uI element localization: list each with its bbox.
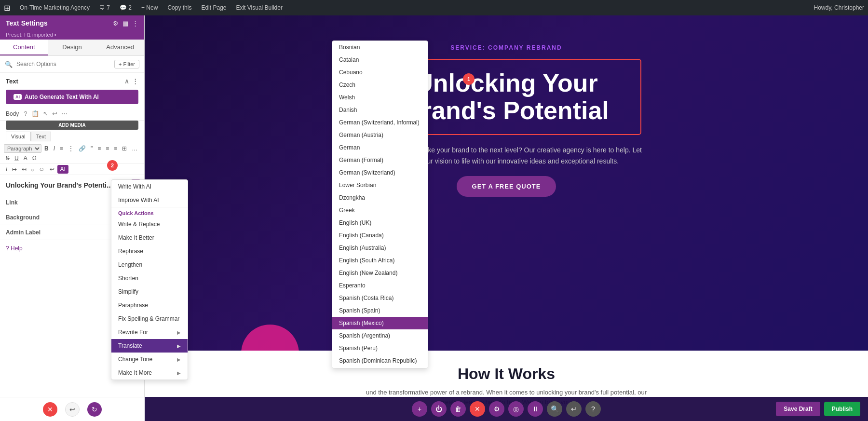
change-tone[interactable]: Change Tone ▶ — [111, 353, 188, 366]
comments-icon[interactable]: 🗨 7 — [97, 4, 112, 11]
make-it-better[interactable]: Make It Better — [111, 231, 188, 244]
lang-german-formal[interactable]: German (Formal) — [332, 154, 428, 166]
rewrite-for[interactable]: Rewrite For ▶ — [111, 326, 188, 339]
lang-german[interactable]: German — [332, 141, 428, 154]
make-it-more[interactable]: Make It More ▶ — [111, 366, 188, 380]
rephrase[interactable]: Rephrase — [111, 244, 188, 258]
lang-spanish-dominican[interactable]: Spanish (Dominican Republic) — [332, 354, 428, 367]
ai-generate-button[interactable]: AI Auto Generate Text With AI — [6, 90, 138, 104]
lang-english-new-zealand[interactable]: English (New Zealand) — [332, 267, 428, 279]
lang-esperanto[interactable]: Esperanto — [332, 279, 428, 292]
lang-english-canada[interactable]: English (Canada) — [332, 229, 428, 242]
lengthen[interactable]: Lengthen — [111, 258, 188, 272]
wp-logo[interactable]: ⊞ — [4, 3, 10, 13]
lang-english-australia[interactable]: English (Australia) — [332, 242, 428, 254]
site-name[interactable]: On-Time Marketing Agency — [18, 4, 92, 11]
emoji-btn[interactable]: ☺ — [37, 165, 46, 174]
indent-btn[interactable]: ↦ — [10, 165, 19, 174]
lang-spanish-argentina[interactable]: Spanish (Argentina) — [332, 329, 428, 342]
table-btn[interactable]: ⊞ — [120, 144, 129, 153]
lang-spanish-peru[interactable]: Spanish (Peru) — [332, 342, 428, 354]
lang-cebuano[interactable]: Cebuano — [332, 66, 428, 79]
delete-btn[interactable]: 🗑 — [450, 401, 466, 417]
pause-btn[interactable]: ⏸ — [528, 401, 543, 417]
exit-builder-button[interactable]: Exit Visual Builder — [234, 4, 285, 11]
save-draft-button[interactable]: Save Draft — [776, 402, 820, 416]
lang-english-uk[interactable]: English (UK) — [332, 217, 428, 229]
bold-button[interactable]: B — [42, 144, 51, 153]
lang-catalan[interactable]: Catalan — [332, 54, 428, 66]
undo-button[interactable]: ↩ — [65, 402, 80, 417]
lang-german-swiss-informal[interactable]: German (Switzerland, Informal) — [332, 116, 428, 129]
edit-page-button[interactable]: Edit Page — [199, 4, 228, 11]
settings-btn[interactable]: ⚙ — [489, 401, 504, 417]
updates-icon[interactable]: 💬 2 — [118, 4, 134, 11]
filter-button[interactable]: + Filter — [114, 60, 139, 68]
lang-english-south-africa[interactable]: English (South Africa) — [332, 254, 428, 267]
more-icon[interactable]: ⋮ — [132, 20, 138, 27]
lang-german-swiss[interactable]: German (Switzerland) — [332, 166, 428, 179]
target-btn[interactable]: ◎ — [508, 401, 524, 417]
more-options-icon[interactable]: ⋮ — [132, 78, 138, 85]
fix-spelling[interactable]: Fix Spelling & Grammar — [111, 312, 188, 326]
settings-icon[interactable]: ⚙ — [113, 20, 119, 27]
paraphrase[interactable]: Paraphrase — [111, 299, 188, 312]
align-center[interactable]: ≡ — [104, 144, 111, 153]
link-button[interactable]: 🔗 — [77, 144, 88, 153]
lang-welsh[interactable]: Welsh — [332, 91, 428, 104]
lang-spanish-mexico[interactable]: Spanish (Mexico) — [332, 317, 428, 329]
lang-spanish-costa-rica[interactable]: Spanish (Costa Rica) — [332, 292, 428, 304]
lang-danish[interactable]: Danish — [332, 104, 428, 116]
lang-german-austria[interactable]: German (Austria) — [332, 129, 428, 141]
cta-button[interactable]: GET A FREE QUOTE — [457, 176, 556, 197]
rtl-btn[interactable]: ↩ — [48, 165, 56, 174]
ol-button[interactable]: ⋮ — [66, 144, 76, 153]
add-media-button[interactable]: ADD MEDIA — [6, 121, 138, 130]
outdent-btn[interactable]: ↤ — [20, 165, 28, 174]
underline-btn[interactable]: U — [13, 154, 21, 163]
simplify[interactable]: Simplify — [111, 285, 188, 299]
search-btn[interactable]: 🔍 — [547, 401, 562, 417]
translate-item[interactable]: Translate ▶ — [111, 339, 188, 353]
paragraph-select[interactable]: Paragraph — [4, 144, 41, 153]
close-btn[interactable]: ✕ — [470, 401, 485, 417]
sub-btn[interactable]: ₀ — [29, 165, 36, 174]
help-tooltip-icon[interactable]: ? — [23, 109, 28, 118]
lang-spanish-spain[interactable]: Spanish (Spain) — [332, 304, 428, 317]
strikethrough-btn[interactable]: S̶ — [4, 154, 12, 163]
close-button[interactable]: ✕ — [43, 402, 57, 417]
lang-czech[interactable]: Czech — [332, 79, 428, 91]
shorten[interactable]: Shorten — [111, 272, 188, 285]
lang-spanish-chile[interactable]: Spanish (Chile) — [332, 367, 428, 368]
tab-text[interactable]: Text — [31, 132, 51, 141]
special-chars-btn[interactable]: Ω — [30, 154, 39, 163]
more-icon2[interactable]: ⋯ — [60, 109, 68, 118]
collapse-icon[interactable]: ∧ — [124, 78, 129, 85]
italic-button[interactable]: I — [52, 144, 57, 153]
lang-bosnian[interactable]: Bosnian — [332, 41, 428, 54]
lang-lower-sorbian[interactable]: Lower Sorbian — [332, 179, 428, 191]
more-btn[interactable]: … — [130, 144, 139, 153]
ai-text-btn[interactable]: AI — [57, 165, 68, 174]
history-btn[interactable]: ↩ — [566, 401, 582, 417]
ul-button[interactable]: ≡ — [58, 144, 65, 153]
question-btn[interactable]: ? — [585, 401, 601, 417]
new-button[interactable]: + New — [139, 4, 160, 11]
copy-button[interactable]: Copy this — [165, 4, 193, 11]
search-input[interactable] — [16, 61, 110, 68]
lang-greek[interactable]: Greek — [332, 204, 428, 217]
align-right[interactable]: ≡ — [112, 144, 119, 153]
cursor-icon[interactable]: ↖ — [42, 109, 49, 118]
align-left[interactable]: ≡ — [95, 144, 103, 153]
tab-content[interactable]: Content — [0, 40, 48, 55]
add-element-btn[interactable]: + — [412, 401, 427, 417]
italic-btn2[interactable]: I — [4, 165, 9, 174]
tab-advanced[interactable]: Advanced — [96, 40, 144, 55]
redo-button[interactable]: ↻ — [87, 402, 102, 417]
undo-icon[interactable]: ↩ — [51, 109, 58, 118]
write-with-ai[interactable]: Write With AI — [111, 180, 188, 193]
publish-button[interactable]: Publish — [824, 402, 860, 416]
power-btn[interactable]: ⏻ — [431, 401, 447, 417]
color-btn[interactable]: A — [22, 154, 29, 163]
tab-design[interactable]: Design — [48, 40, 96, 55]
